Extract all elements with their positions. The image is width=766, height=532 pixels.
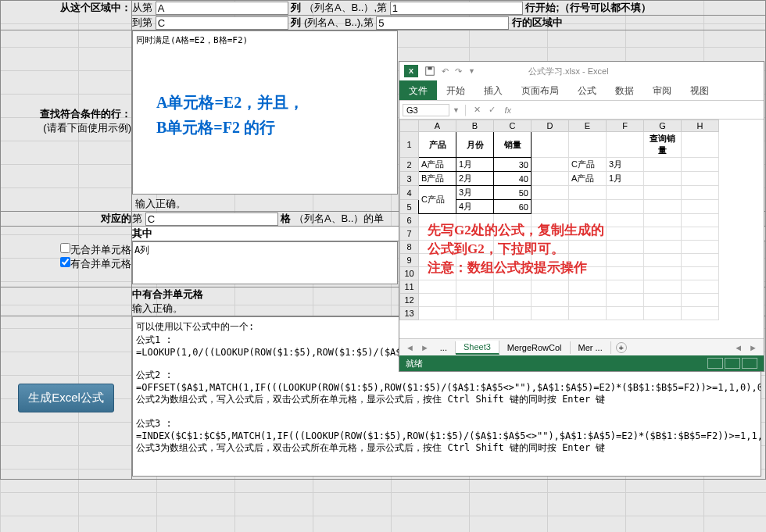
cell-E4[interactable] [569, 186, 607, 200]
cell-C1[interactable]: 销量 [494, 132, 532, 158]
qat-dropdown-icon[interactable]: ▼ [468, 67, 475, 75]
cell-F11[interactable] [607, 280, 644, 294]
cell-B1[interactable]: 月份 [456, 132, 494, 158]
cell-B4[interactable]: 3月 [456, 186, 494, 200]
view-layout-icon[interactable] [725, 358, 740, 369]
from-row-input[interactable] [390, 2, 523, 15]
cell-F12[interactable] [607, 294, 644, 307]
cell-E5[interactable] [569, 200, 607, 214]
sheet-tab-active[interactable]: Sheet3 [456, 341, 499, 355]
ribbon-tab-review[interactable]: 审阅 [643, 80, 681, 100]
cell-G2[interactable] [644, 158, 682, 172]
cell-D4[interactable] [532, 186, 569, 200]
cell-G3[interactable] [644, 172, 682, 186]
sheet-tab-dots[interactable]: ... [432, 341, 456, 354]
from-col-input[interactable] [156, 2, 288, 15]
cell-E12[interactable] [569, 294, 607, 307]
ribbon-tab-view[interactable]: 视图 [681, 80, 718, 100]
cell-H5[interactable] [682, 200, 719, 214]
sheet-nav-next-icon[interactable]: ► [417, 343, 432, 352]
generate-formula-button[interactable]: 生成Excel公式 [18, 384, 114, 412]
save-icon[interactable] [424, 66, 435, 77]
ribbon-tab-insert[interactable]: 插入 [474, 80, 512, 100]
cell-A13[interactable] [419, 307, 456, 320]
sheet-tab-2[interactable]: MergeRowCol [499, 341, 571, 354]
cell-F5[interactable] [607, 200, 644, 214]
sheet-add-button[interactable]: + [616, 342, 627, 353]
cell-C4[interactable]: 50 [494, 186, 532, 200]
cell-F2[interactable]: 3月 [607, 158, 644, 172]
cell-B11[interactable] [456, 280, 494, 294]
excel-grid[interactable]: ABCDEFGH1产品月份销量查询销量2A产品1月30C产品3月3B产品2月40… [399, 120, 764, 338]
cell-D11[interactable] [532, 280, 569, 294]
ribbon-tab-layout[interactable]: 页面布局 [512, 80, 568, 100]
cell-G13[interactable] [644, 307, 682, 320]
ribbon-tab-data[interactable]: 数据 [606, 80, 643, 100]
redo-icon[interactable]: ↷ [455, 66, 462, 77]
cell-F3[interactable]: 1月 [607, 172, 644, 186]
condition-textarea[interactable]: 同时满足(A格=E2，B格=F2) [132, 30, 398, 195]
hscroll-right-icon[interactable]: ► [746, 343, 761, 352]
fbar-enter-icon[interactable]: ✓ [486, 105, 498, 115]
no-merge-checkbox[interactable] [60, 243, 70, 253]
cell-B5[interactable]: 4月 [456, 200, 494, 214]
cell-H1[interactable] [682, 132, 719, 158]
cell-H11[interactable] [682, 280, 719, 294]
cell-A12[interactable] [419, 294, 456, 307]
cell-A1[interactable]: 产品 [419, 132, 456, 158]
has-merge-checkbox[interactable] [60, 257, 70, 267]
cell-G1[interactable]: 查询销量 [644, 132, 682, 158]
cell-A2[interactable]: A产品 [419, 158, 456, 172]
cell-D3[interactable] [532, 172, 569, 186]
sheet-nav-prev-icon[interactable]: ◄ [403, 343, 417, 352]
to-col-input[interactable] [156, 16, 288, 30]
hscroll-left-icon[interactable]: ◄ [731, 343, 746, 352]
cell-C12[interactable] [494, 294, 532, 307]
cell-B12[interactable] [456, 294, 494, 307]
merge-col-textarea[interactable]: A列 [132, 241, 398, 284]
cell-D1[interactable] [532, 132, 569, 158]
cell-A4[interactable]: C产品 [419, 186, 456, 214]
has-merge-label[interactable]: 有合并单元格 [1, 257, 131, 271]
cell-D12[interactable] [532, 294, 569, 307]
no-merge-label[interactable]: 无合并单元格 [1, 243, 131, 257]
sheet-tab-3[interactable]: Mer ... [571, 341, 611, 354]
ribbon-tab-file[interactable]: 文件 [399, 80, 437, 100]
cell-B13[interactable] [456, 307, 494, 320]
cell-C11[interactable] [494, 280, 532, 294]
cell-C13[interactable] [494, 307, 532, 320]
cell-E13[interactable] [569, 307, 607, 320]
name-box-dropdown-icon[interactable]: ▼ [453, 106, 460, 114]
cell-C2[interactable]: 30 [494, 158, 532, 172]
to-row-input[interactable] [376, 16, 509, 30]
fbar-cancel-icon[interactable]: ✕ [471, 105, 483, 115]
cell-B2[interactable]: 1月 [456, 158, 494, 172]
cell-G4[interactable] [644, 186, 682, 200]
target-col-input[interactable] [145, 212, 278, 226]
cell-G11[interactable] [644, 280, 682, 294]
cell-B3[interactable]: 2月 [456, 172, 494, 186]
cell-H3[interactable] [682, 172, 719, 186]
ribbon-tab-formula[interactable]: 公式 [568, 80, 606, 100]
cell-H12[interactable] [682, 294, 719, 307]
ribbon-tab-home[interactable]: 开始 [437, 80, 474, 100]
name-box-input[interactable] [403, 104, 449, 116]
cell-G12[interactable] [644, 294, 682, 307]
cell-H2[interactable] [682, 158, 719, 172]
cell-E3[interactable]: A产品 [569, 172, 607, 186]
excel-grid-table[interactable]: ABCDEFGH1产品月份销量查询销量2A产品1月30C产品3月3B产品2月40… [399, 120, 719, 320]
view-normal-icon[interactable] [707, 358, 723, 369]
cell-H4[interactable] [682, 186, 719, 200]
cell-E1[interactable] [569, 132, 607, 158]
cell-C5[interactable]: 60 [494, 200, 532, 214]
cell-G5[interactable] [644, 200, 682, 214]
cell-F13[interactable] [607, 307, 644, 320]
fx-label[interactable]: fx [504, 105, 511, 115]
cell-E2[interactable]: C产品 [569, 158, 607, 172]
cell-A3[interactable]: B产品 [419, 172, 456, 186]
view-break-icon[interactable] [742, 358, 757, 369]
cell-E11[interactable] [569, 280, 607, 294]
cell-D5[interactable] [532, 200, 569, 214]
cell-C3[interactable]: 40 [494, 172, 532, 186]
cell-D13[interactable] [532, 307, 569, 320]
